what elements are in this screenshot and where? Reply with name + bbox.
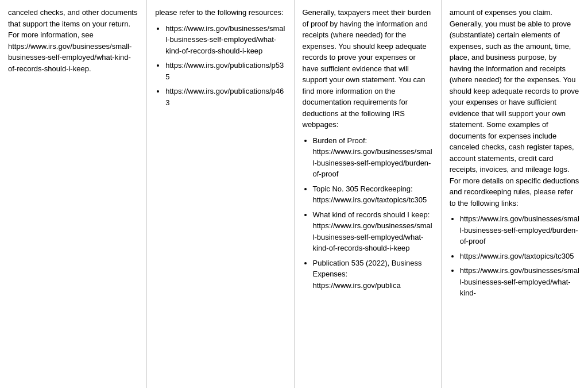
column-3: Generally, taxpayers meet their burden o…: [295, 0, 442, 388]
column-2: please refer to the following resources:…: [147, 0, 294, 388]
list-item: Burden of Proof: https://www.irs.gov/bus…: [313, 135, 433, 180]
list-item: https://www.irs.gov/publications/p535: [165, 60, 285, 82]
list-item: Topic No. 305 Recordkeeping: https://www…: [313, 183, 433, 206]
list-item: https://www.irs.gov/publications/p463: [165, 86, 285, 108]
list-item: https://www.irs.gov/taxtopics/tc305: [460, 251, 580, 262]
list-item: What kind of records should I keep: http…: [313, 209, 433, 254]
resource-list: Burden of Proof: https://www.irs.gov/bus…: [313, 135, 433, 291]
resource-list: https://www.irs.gov/businesses/small-bus…: [165, 23, 285, 109]
page-container: canceled checks, and other documents tha…: [0, 0, 588, 388]
list-item: https://www.irs.gov/businesses/small-bus…: [165, 23, 285, 57]
column-1: canceled checks, and other documents tha…: [0, 0, 147, 388]
paragraph: please refer to the following resources:: [155, 7, 285, 18]
list-item: https://www.irs.gov/businesses/small-bus…: [460, 265, 580, 299]
column-4: amount of expenses you claim. Generally,…: [442, 0, 588, 388]
list-item: https://www.irs.gov/businesses/small-bus…: [460, 213, 580, 247]
resource-list: https://www.irs.gov/businesses/small-bus…: [460, 213, 580, 299]
paragraph: canceled checks, and other documents tha…: [8, 7, 138, 74]
paragraph: Generally, taxpayers meet their burden o…: [303, 7, 433, 130]
list-item: Publication 535 (2022), Business Expense…: [313, 258, 433, 291]
paragraph: amount of expenses you claim. Generally,…: [450, 7, 580, 209]
